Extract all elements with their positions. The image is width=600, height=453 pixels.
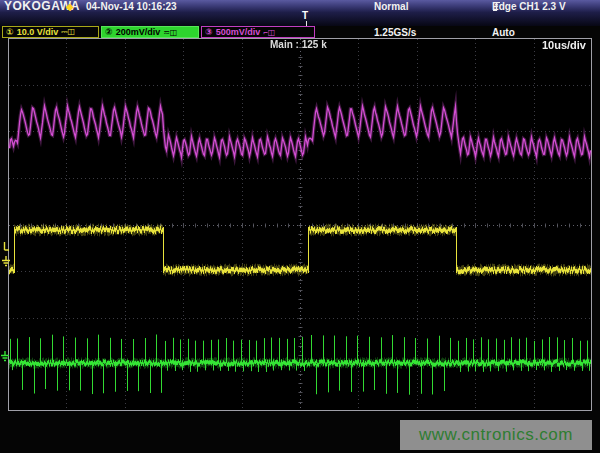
channel-1-position-marker xyxy=(2,242,10,252)
channel-3-number: ③ xyxy=(205,27,213,37)
channel-1-indicator: ① 10.0 V/div ⎓◫ xyxy=(2,26,99,38)
trigger-info: Edge CH1 2.3 V xyxy=(492,0,566,13)
header-bar: YOKOGAWA ◆ 04-Nov-14 10:16:23 Normal Edg… xyxy=(0,0,600,13)
channel-1-number: ① xyxy=(6,27,14,37)
channel-1-scale: 10.0 V/div xyxy=(17,27,59,37)
datetime-display: 04-Nov-14 10:16:23 xyxy=(86,0,177,13)
channel-2-scale: 200mV/div xyxy=(116,27,161,37)
watermark-link[interactable]: www.cntronics.com xyxy=(400,420,592,450)
oscilloscope-screen: YOKOGAWA ◆ 04-Nov-14 10:16:23 Normal Edg… xyxy=(0,0,600,453)
rising-edge-icon xyxy=(492,1,501,12)
record-length-label: Main : 125 k xyxy=(270,39,327,50)
channel-3-indicator: ③ 500mV/div ⌐◫ xyxy=(201,26,315,38)
graticule: Main : 125 k 10us/div xyxy=(8,38,592,411)
channel-2-indicator: ② 200mV/div ≂◫ xyxy=(101,26,199,38)
trigger-level-value: 2.3 V xyxy=(542,0,565,13)
channel-2-ground-icon xyxy=(0,351,10,362)
channel-2-coupling-icon: ≂◫ xyxy=(163,28,177,37)
channel-2-number: ② xyxy=(105,27,113,37)
timebase-label: 10us/div xyxy=(542,39,586,51)
brand-diamond-icon: ◆ xyxy=(66,0,74,13)
channel-3-coupling-icon: ⌐◫ xyxy=(263,28,275,37)
trigger-position-marker: T xyxy=(302,10,308,21)
acquisition-mode-label: Normal xyxy=(374,0,408,13)
status-bar: Running 5695 1.25GS/s Auto xyxy=(0,13,600,26)
channel-1-coupling-icon: ⎓◫ xyxy=(61,27,75,37)
channel-3-scale: 500mV/div xyxy=(216,27,261,37)
waveform-display xyxy=(8,38,592,411)
channel-1-ground-icon xyxy=(1,256,11,267)
